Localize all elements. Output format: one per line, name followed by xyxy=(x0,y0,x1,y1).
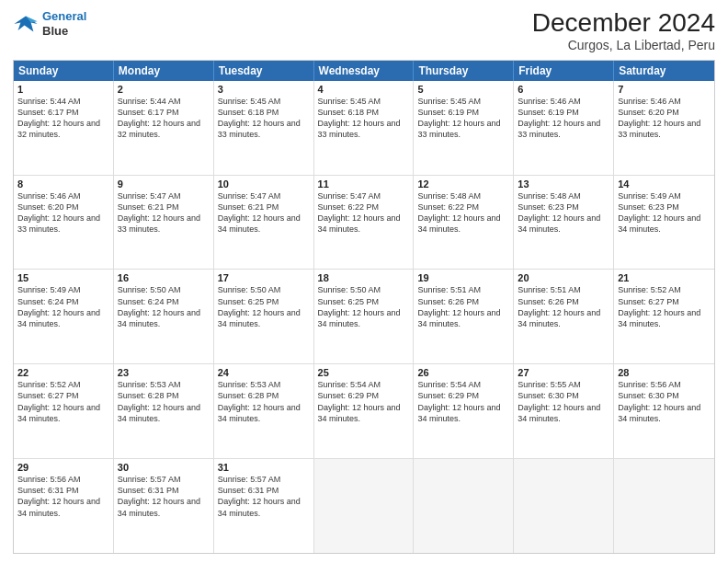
day-23: 23 Sunrise: 5:53 AMSunset: 6:28 PMDaylig… xyxy=(114,364,214,458)
day-empty-3 xyxy=(514,459,614,553)
day-25: 25 Sunrise: 5:54 AMSunset: 6:29 PMDaylig… xyxy=(314,364,415,458)
month-year-title: December 2024 xyxy=(532,9,715,38)
day-14: 14 Sunrise: 5:49 AMSunset: 6:23 PMDaylig… xyxy=(614,176,714,270)
logo-text: General Blue xyxy=(42,9,86,38)
header-friday: Friday xyxy=(514,61,614,81)
day-20: 20 Sunrise: 5:51 AMSunset: 6:26 PMDaylig… xyxy=(514,270,614,363)
header-tuesday: Tuesday xyxy=(214,61,314,81)
header: General Blue December 2024 Curgos, La Li… xyxy=(13,9,715,52)
day-4: 4 Sunrise: 5:45 AMSunset: 6:18 PMDayligh… xyxy=(314,81,415,175)
week-row-4: 22 Sunrise: 5:52 AMSunset: 6:27 PMDaylig… xyxy=(14,363,714,458)
calendar: Sunday Monday Tuesday Wednesday Thursday… xyxy=(13,60,715,554)
day-26: 26 Sunrise: 5:54 AMSunset: 6:29 PMDaylig… xyxy=(414,364,514,458)
logo-icon xyxy=(13,11,39,37)
day-5: 5 Sunrise: 5:45 AMSunset: 6:19 PMDayligh… xyxy=(414,81,514,175)
calendar-body: 1 Sunrise: 5:44 AMSunset: 6:17 PMDayligh… xyxy=(14,81,714,553)
day-empty-2 xyxy=(414,459,514,553)
day-3: 3 Sunrise: 5:45 AMSunset: 6:18 PMDayligh… xyxy=(214,81,314,175)
title-area: December 2024 Curgos, La Libertad, Peru xyxy=(532,9,715,52)
day-9: 9 Sunrise: 5:47 AMSunset: 6:21 PMDayligh… xyxy=(114,176,214,270)
day-17: 17 Sunrise: 5:50 AMSunset: 6:25 PMDaylig… xyxy=(214,270,314,363)
day-21: 21 Sunrise: 5:52 AMSunset: 6:27 PMDaylig… xyxy=(614,270,714,363)
logo-line1: General xyxy=(42,9,86,23)
page: General Blue December 2024 Curgos, La Li… xyxy=(0,0,728,563)
day-15: 15 Sunrise: 5:49 AMSunset: 6:24 PMDaylig… xyxy=(14,270,114,363)
week-row-3: 15 Sunrise: 5:49 AMSunset: 6:24 PMDaylig… xyxy=(14,269,714,363)
day-19: 19 Sunrise: 5:51 AMSunset: 6:26 PMDaylig… xyxy=(414,270,514,363)
week-row-1: 1 Sunrise: 5:44 AMSunset: 6:17 PMDayligh… xyxy=(14,81,714,175)
logo-line2: Blue xyxy=(42,24,86,39)
day-29: 29 Sunrise: 5:56 AMSunset: 6:31 PMDaylig… xyxy=(14,459,114,553)
day-13: 13 Sunrise: 5:48 AMSunset: 6:23 PMDaylig… xyxy=(514,176,614,270)
day-empty-1 xyxy=(314,459,415,553)
day-22: 22 Sunrise: 5:52 AMSunset: 6:27 PMDaylig… xyxy=(14,364,114,458)
day-6: 6 Sunrise: 5:46 AMSunset: 6:19 PMDayligh… xyxy=(514,81,614,175)
day-28: 28 Sunrise: 5:56 AMSunset: 6:30 PMDaylig… xyxy=(614,364,714,458)
svg-marker-0 xyxy=(14,16,37,31)
header-wednesday: Wednesday xyxy=(314,61,415,81)
week-row-2: 8 Sunrise: 5:46 AMSunset: 6:20 PMDayligh… xyxy=(14,175,714,270)
day-8: 8 Sunrise: 5:46 AMSunset: 6:20 PMDayligh… xyxy=(14,176,114,270)
day-30: 30 Sunrise: 5:57 AMSunset: 6:31 PMDaylig… xyxy=(114,459,214,553)
day-18: 18 Sunrise: 5:50 AMSunset: 6:25 PMDaylig… xyxy=(314,270,415,363)
header-sunday: Sunday xyxy=(14,61,114,81)
location-subtitle: Curgos, La Libertad, Peru xyxy=(532,38,715,52)
day-27: 27 Sunrise: 5:55 AMSunset: 6:30 PMDaylig… xyxy=(514,364,614,458)
day-10: 10 Sunrise: 5:47 AMSunset: 6:21 PMDaylig… xyxy=(214,176,314,270)
day-16: 16 Sunrise: 5:50 AMSunset: 6:24 PMDaylig… xyxy=(114,270,214,363)
day-1: 1 Sunrise: 5:44 AMSunset: 6:17 PMDayligh… xyxy=(14,81,114,175)
day-7: 7 Sunrise: 5:46 AMSunset: 6:20 PMDayligh… xyxy=(614,81,714,175)
header-saturday: Saturday xyxy=(614,61,714,81)
day-12: 12 Sunrise: 5:48 AMSunset: 6:22 PMDaylig… xyxy=(414,176,514,270)
day-11: 11 Sunrise: 5:47 AMSunset: 6:22 PMDaylig… xyxy=(314,176,415,270)
week-row-5: 29 Sunrise: 5:56 AMSunset: 6:31 PMDaylig… xyxy=(14,458,714,553)
day-31: 31 Sunrise: 5:57 AMSunset: 6:31 PMDaylig… xyxy=(214,459,314,553)
day-empty-4 xyxy=(614,459,714,553)
day-24: 24 Sunrise: 5:53 AMSunset: 6:28 PMDaylig… xyxy=(214,364,314,458)
calendar-header: Sunday Monday Tuesday Wednesday Thursday… xyxy=(14,61,714,81)
header-thursday: Thursday xyxy=(414,61,514,81)
logo: General Blue xyxy=(13,9,86,38)
day-2: 2 Sunrise: 5:44 AMSunset: 6:17 PMDayligh… xyxy=(114,81,214,175)
header-monday: Monday xyxy=(114,61,214,81)
